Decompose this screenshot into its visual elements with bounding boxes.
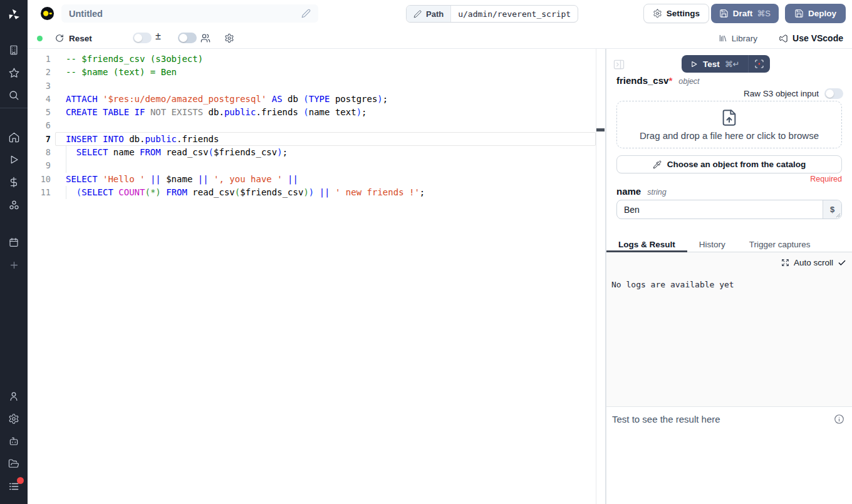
name-input[interactable]: Ben $ bbox=[616, 200, 842, 219]
field-name-header: name string bbox=[616, 186, 667, 197]
use-vscode-button[interactable]: Use VScode bbox=[779, 33, 843, 43]
field-name: name bbox=[616, 186, 641, 197]
path-label: Path bbox=[426, 9, 444, 19]
logs-pane: Auto scroll No logs are available yet bbox=[606, 252, 852, 406]
code-line[interactable]: ATTACH '$res:u/demo/amazed_postgresql' A… bbox=[66, 93, 596, 106]
auto-scroll-control[interactable]: Auto scroll bbox=[781, 258, 846, 267]
tab-trigger-captures[interactable]: Trigger captures bbox=[737, 237, 823, 252]
audit-logs-icon[interactable] bbox=[0, 475, 28, 498]
runs-play-icon[interactable] bbox=[0, 148, 28, 171]
raw-s3-toggle[interactable] bbox=[824, 88, 843, 99]
choose-object-catalog-button[interactable]: Choose an object from the catalog bbox=[616, 155, 842, 173]
file-dropzone[interactable]: Drag and drop a file here or click to br… bbox=[616, 101, 842, 148]
expand-icon[interactable] bbox=[781, 259, 789, 267]
sidebar-divider bbox=[0, 108, 28, 108]
resize-handle-icon[interactable] bbox=[836, 213, 841, 218]
name-input-value[interactable]: Ben bbox=[617, 200, 823, 219]
folders-icon[interactable] bbox=[0, 453, 28, 475]
editor-settings-gear-icon[interactable] bbox=[224, 33, 234, 43]
run-panel: Test ⌘↵ friends_csv* object Raw S3 objec… bbox=[606, 49, 852, 504]
code-line[interactable]: (SELECT COUNT(*) FROM read_csv($friends_… bbox=[66, 186, 596, 199]
path-edit-button[interactable]: Path bbox=[407, 6, 451, 22]
line-number: 8 bbox=[28, 146, 51, 159]
create-plus-icon[interactable] bbox=[0, 254, 28, 276]
collapse-panel-icon[interactable] bbox=[613, 58, 625, 71]
diff-toggle[interactable] bbox=[133, 33, 152, 43]
result-empty-text: Test to see the result here bbox=[612, 414, 720, 424]
tab-logs-result[interactable]: Logs & Result bbox=[606, 237, 687, 252]
code-line[interactable]: INSERT INTO db.public.friends bbox=[66, 133, 596, 146]
duckdb-language-icon bbox=[40, 6, 55, 21]
workers-robot-icon[interactable] bbox=[0, 430, 28, 453]
choose-object-label: Choose an object from the catalog bbox=[667, 160, 806, 169]
schedules-calendar-icon[interactable] bbox=[0, 231, 28, 254]
resources-icon[interactable] bbox=[0, 193, 28, 216]
code-line[interactable] bbox=[66, 80, 596, 93]
capture-scan-icon[interactable] bbox=[749, 59, 770, 69]
reset-label: Reset bbox=[69, 34, 92, 43]
script-title: Untitled bbox=[69, 9, 301, 19]
overview-ruler bbox=[596, 49, 596, 504]
tab-history[interactable]: History bbox=[687, 237, 737, 252]
top-bar: Untitled Path u/admin/reverent_script Se… bbox=[28, 0, 852, 28]
app-sidebar bbox=[0, 0, 28, 504]
reset-button[interactable]: Reset bbox=[55, 32, 92, 44]
notification-dot bbox=[17, 477, 24, 484]
logs-empty-text: No logs are available yet bbox=[611, 280, 734, 289]
test-label: Test bbox=[703, 59, 720, 69]
code-line[interactable]: SELECT 'Hello ' || $name || ', you have … bbox=[66, 173, 596, 186]
favorites-star-icon[interactable] bbox=[0, 61, 28, 84]
library-button[interactable]: Library bbox=[719, 34, 757, 43]
auto-scroll-label: Auto scroll bbox=[794, 258, 833, 267]
line-number: 1 bbox=[28, 53, 51, 66]
collaborators-icon[interactable] bbox=[200, 33, 210, 43]
code-line[interactable] bbox=[66, 119, 596, 132]
line-number: 9 bbox=[28, 159, 51, 172]
test-button-group[interactable]: Test ⌘↵ bbox=[682, 55, 770, 73]
line-number: 3 bbox=[28, 80, 51, 93]
plus-minus-control[interactable]: ± bbox=[155, 31, 161, 42]
settings-button[interactable]: Settings bbox=[643, 4, 709, 23]
status-dot bbox=[37, 36, 43, 41]
info-icon[interactable] bbox=[834, 414, 844, 424]
code-line[interactable]: SELECT name FROM read_csv($friends_csv); bbox=[66, 146, 596, 159]
raw-s3-row: Raw S3 object input bbox=[744, 88, 843, 99]
line-number: 10 bbox=[28, 173, 51, 186]
edit-title-pencil-icon[interactable] bbox=[301, 9, 311, 18]
workspace-icon[interactable] bbox=[0, 39, 28, 61]
file-upload-icon bbox=[720, 109, 738, 126]
code-content[interactable]: -- $friends_csv (s3object)-- $name (text… bbox=[66, 53, 596, 199]
field-name: friends_csv* bbox=[616, 75, 672, 86]
user-icon[interactable] bbox=[0, 385, 28, 408]
result-tabs: Logs & Result History Trigger captures bbox=[606, 237, 852, 252]
draft-shortcut: ⌘S bbox=[757, 9, 771, 18]
library-label: Library bbox=[732, 34, 757, 43]
settings-gear-icon[interactable] bbox=[0, 408, 28, 430]
check-icon[interactable] bbox=[838, 259, 846, 267]
pipette-icon bbox=[653, 160, 662, 169]
code-editor[interactable]: 1234567891011 -- $friends_csv (s3object)… bbox=[28, 49, 605, 504]
draft-button[interactable]: Draft ⌘S bbox=[711, 4, 779, 23]
line-number: 11 bbox=[28, 186, 51, 199]
home-icon[interactable] bbox=[0, 126, 28, 148]
dropzone-text: Drag and drop a file here or click to br… bbox=[640, 130, 819, 141]
script-title-field[interactable]: Untitled bbox=[61, 4, 318, 23]
code-line[interactable]: -- $name (text) = Ben bbox=[66, 66, 596, 79]
code-line[interactable] bbox=[66, 159, 596, 172]
draft-label: Draft bbox=[733, 9, 753, 18]
code-line[interactable]: -- $friends_csv (s3object) bbox=[66, 53, 596, 66]
settings-label: Settings bbox=[667, 9, 700, 18]
windmill-logo[interactable] bbox=[0, 0, 28, 30]
path-control[interactable]: Path u/admin/reverent_script bbox=[406, 5, 578, 23]
code-line[interactable]: CREATE TABLE IF NOT EXISTS db.public.fri… bbox=[66, 106, 596, 119]
field-friends-csv-header: friends_csv* object bbox=[616, 75, 700, 86]
assistant-toggle[interactable] bbox=[178, 33, 197, 43]
deploy-button[interactable]: Deploy bbox=[785, 4, 846, 23]
test-button[interactable]: Test ⌘↵ bbox=[682, 59, 748, 69]
line-number: 4 bbox=[28, 93, 51, 106]
path-value: u/admin/reverent_script bbox=[451, 6, 578, 22]
overview-ruler-cursor-mark bbox=[596, 128, 605, 131]
insert-variable-button[interactable]: $ bbox=[823, 200, 841, 219]
variables-dollar-icon[interactable] bbox=[0, 171, 28, 193]
search-icon[interactable] bbox=[0, 84, 28, 106]
